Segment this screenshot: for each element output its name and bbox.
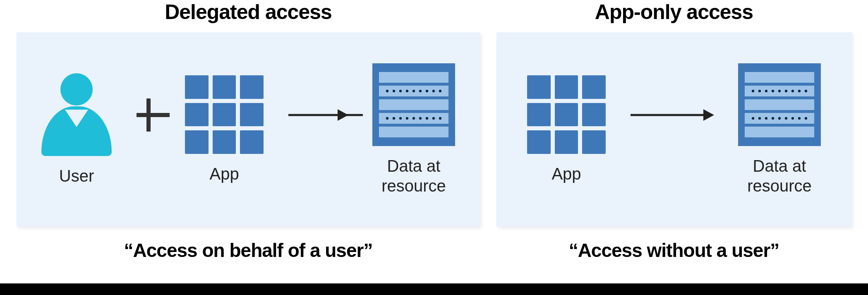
delegated-panel: User App [17,32,480,227]
user-item: User [41,73,112,186]
app-item: App [527,75,606,184]
app-only-subtitle: “Access without a user” [569,239,779,261]
user-label: User [59,166,94,186]
app-item: App [185,75,264,184]
delegated-subtitle: “Access on behalf of a user” [124,239,373,261]
delegated-title: Delegated access [165,0,332,24]
app-only-title: App-only access [595,0,753,24]
data-resource-icon [738,63,821,146]
bottom-bar [0,283,868,295]
app-label: App [210,164,239,184]
data-item: Data at resource [738,63,821,196]
data-label: Data at resource [747,156,812,196]
data-resource-icon [372,63,455,146]
arrow-icon [631,111,713,119]
data-item: Data at resource [372,63,455,196]
app-label: App [551,164,581,184]
app-only-panel: App Data at resource [496,32,851,227]
app-only-column: App-only access App [496,0,851,261]
plus-icon [137,98,160,132]
delegated-access-column: Delegated access User App [17,0,480,261]
data-label: Data at resource [381,156,446,196]
user-icon [41,73,112,156]
app-grid-icon [185,75,264,154]
app-grid-icon [527,75,606,154]
arrow-icon [288,111,348,119]
